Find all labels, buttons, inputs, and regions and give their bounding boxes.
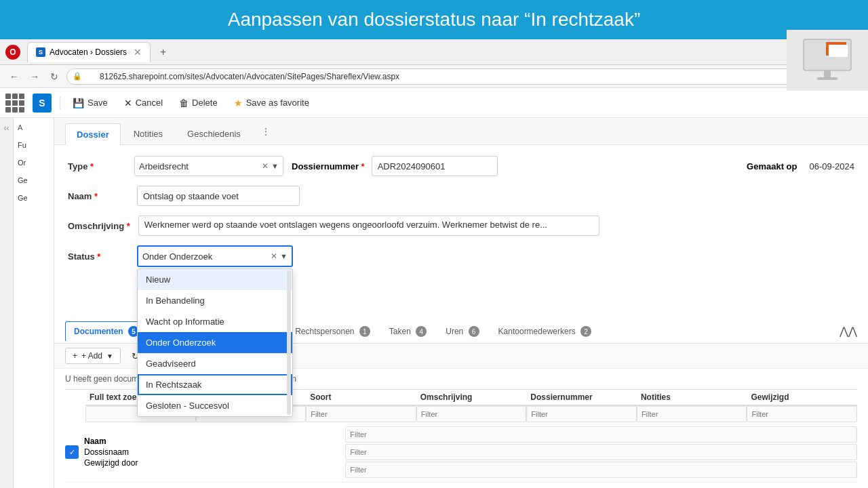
lock-icon: 🔒 — [73, 72, 82, 81]
opera-icon[interactable]: O — [5, 45, 20, 60]
tab-title: Advocaten › Dossiers — [50, 47, 127, 57]
gemaakt-value: 06-09-2024 — [810, 161, 855, 171]
content-area: Dossier Notities Geschiedenis Type * — [54, 118, 868, 488]
monitor-graphic — [787, 30, 868, 91]
row-filter-1[interactable] — [345, 426, 857, 443]
svg-rect-5 — [817, 77, 837, 80]
toolbar-separator — [60, 96, 60, 110]
dropdown-item-gesloten[interactable]: Gesloten - Succesvol — [138, 395, 292, 416]
nav-label-ge2[interactable]: Ge — [18, 194, 50, 202]
table-row: ✓ Naam Dossisnaam Gewijzigd door — [65, 422, 857, 483]
status-dropdown: Nieuw In Behandeling Wacht op Informatie… — [137, 268, 293, 417]
tab-settings-icon[interactable] — [254, 121, 278, 144]
tab-uren[interactable]: Uren 6 — [437, 321, 488, 341]
add-button[interactable]: + + Add ▼ — [65, 348, 121, 364]
cancel-icon: ✕ — [124, 98, 132, 108]
filter-dossiernummer[interactable] — [526, 406, 637, 422]
col-notities: Notities — [637, 390, 747, 422]
dossiernummer-section: Dossiernummer * — [292, 156, 738, 176]
chevron-left-icon: ‹‹ — [4, 123, 9, 133]
row-gewijzigd-label: Gewijzigd door — [84, 458, 340, 468]
dossiernummer-label: Dossiernummer * — [292, 161, 365, 171]
form-tabs: Dossier Notities Geschiedenis — [54, 118, 868, 145]
nav-label-or[interactable]: Or — [18, 159, 50, 167]
row-checkbox[interactable]: ✓ — [65, 445, 79, 459]
type-section: Type * Arbeidsrecht ✕ ▼ — [68, 156, 283, 176]
plus-icon: + — [73, 351, 77, 361]
status-field[interactable]: Onder Onderzoek ✕ ▼ — [137, 245, 293, 267]
nav-label-fu[interactable]: Fu — [18, 141, 50, 149]
naam-label: Naam * — [68, 191, 129, 201]
tab-kantoor[interactable]: Kantoormedewerkers 2 — [490, 321, 600, 341]
back-button[interactable]: ← — [7, 70, 22, 83]
reload-button[interactable]: ↻ — [47, 70, 61, 83]
tab-geschiedenis[interactable]: Geschiedenis — [176, 123, 252, 144]
browser-tab[interactable]: S Advocaten › Dossiers ✕ — [27, 42, 151, 62]
gemaakt-label: Gemaakt op — [747, 161, 797, 171]
banner-title: Aanpassen van dossierstatus naar “In rec… — [228, 9, 641, 30]
status-clear-icon[interactable]: ✕ — [271, 251, 277, 261]
filter-soort[interactable] — [306, 406, 416, 422]
naam-input[interactable] — [137, 186, 300, 206]
collapse-icon[interactable]: ⋀⋀ — [840, 325, 857, 338]
tab-favicon: S — [36, 47, 45, 57]
form-row-status: Status * Onder Onderzoek ✕ ▼ Nieuw In Be… — [68, 245, 854, 267]
row-dossisnaam-label: Dossisnaam — [84, 447, 340, 457]
col-soort-label: Soort — [306, 390, 416, 406]
delete-button[interactable]: 🗑 Delete — [172, 94, 224, 112]
col-soort: Soort — [306, 390, 416, 422]
new-tab-button[interactable]: + — [155, 43, 172, 61]
omschrijving-label: Omschrijving * — [68, 221, 130, 231]
row-filter-3[interactable] — [345, 462, 857, 478]
add-caret-icon[interactable]: ▼ — [106, 352, 113, 360]
row-filter-2[interactable] — [345, 444, 857, 460]
dropdown-item-onderonderzoek[interactable]: Onder Onderzoek — [138, 332, 292, 353]
tab-documenten[interactable]: Documenten 5 — [65, 321, 148, 341]
dropdown-item-inrechtszaak[interactable]: In Rechtszaak — [138, 374, 292, 395]
filter-omschrijving[interactable] — [416, 406, 527, 422]
dropdown-scrollbar[interactable] — [287, 270, 291, 415]
main-toolbar: S 💾 Save ✕ Cancel 🗑 Delete ★ Save as fav… — [0, 88, 868, 118]
sidebar-collapse[interactable]: ‹‹ — [0, 118, 14, 488]
tab-dossier[interactable]: Dossier — [65, 123, 121, 145]
tab-taken[interactable]: Taken 4 — [380, 321, 435, 341]
sharepoint-logo: S — [33, 94, 52, 113]
star-icon: ★ — [234, 98, 243, 108]
forward-button[interactable]: → — [27, 70, 42, 83]
close-tab-icon[interactable]: ✕ — [134, 47, 142, 58]
cancel-button[interactable]: ✕ Cancel — [117, 94, 170, 112]
type-caret-icon[interactable]: ▼ — [271, 162, 279, 170]
dropdown-item-nieuw[interactable]: Nieuw — [138, 269, 292, 290]
svg-rect-3 — [829, 45, 848, 57]
address-text: 8126z5.sharepoint.com/sites/Advocaten/Ad… — [100, 72, 399, 81]
type-clear-icon[interactable]: ✕ — [262, 161, 269, 171]
status-container: Onder Onderzoek ✕ ▼ Nieuw In Behandeling… — [137, 245, 293, 267]
dropdown-item-inbehandeling[interactable]: In Behandeling — [138, 290, 292, 311]
dossiernummer-input[interactable] — [372, 156, 498, 176]
dropdown-item-geadviseerd[interactable]: Geadviseerd — [138, 353, 292, 374]
favorite-button[interactable]: ★ Save as favorite — [227, 94, 316, 112]
rechtspersonen-count: 1 — [359, 326, 370, 337]
type-field[interactable]: Arbeidsrecht ✕ ▼ — [134, 156, 283, 176]
form-content: Type * Arbeidsrecht ✕ ▼ Dossiernummer * — [54, 145, 868, 488]
address-bar[interactable]: 🔒 8126z5.sharepoint.com/sites/Advocaten/… — [66, 68, 861, 85]
svg-rect-4 — [824, 70, 831, 77]
row-content: Naam Dossisnaam Gewijzigd door — [84, 436, 340, 468]
status-caret-icon[interactable]: ▼ — [280, 252, 288, 260]
save-icon: 💾 — [73, 98, 84, 108]
nav-label-1: A — [18, 123, 50, 131]
form-row-naam: Naam * — [68, 186, 854, 206]
tab-notities[interactable]: Notities — [122, 123, 174, 144]
waffle-icon[interactable] — [5, 94, 24, 113]
monitor-svg — [800, 37, 854, 84]
dropdown-item-wacht[interactable]: Wacht op Informatie — [138, 311, 292, 332]
filter-gewijzigd[interactable] — [747, 406, 857, 422]
col-dossiernummer-label: Dossiernummer — [526, 390, 637, 406]
svg-point-0 — [265, 134, 267, 136]
row-filter-area — [345, 426, 857, 478]
nav-label-ge1[interactable]: Ge — [18, 176, 50, 184]
save-button[interactable]: 💾 Save — [66, 94, 115, 112]
filter-notities[interactable] — [637, 406, 747, 422]
top-banner: Aanpassen van dossierstatus naar “In rec… — [0, 0, 868, 39]
tab-rechtspersonen[interactable]: Rechtspersonen 1 — [286, 321, 379, 341]
